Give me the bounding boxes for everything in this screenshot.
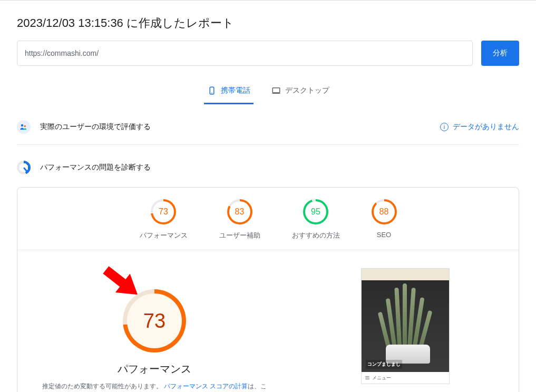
screenshot-caption: コンプましまし — [366, 360, 402, 369]
page-title: 2023/12/03 13:15:36 に作成したレポート — [17, 15, 519, 31]
no-data-label: データがありません — [453, 122, 519, 132]
mini-gauge: 88 — [372, 199, 397, 224]
url-form: 分析 — [17, 41, 519, 66]
gauge-score: 88 — [372, 199, 397, 224]
diagnose-section: パフォーマンスの問題を診断する — [17, 145, 519, 181]
screenshot-menu: メニュー — [362, 372, 449, 384]
screenshot-plant-image — [371, 282, 445, 361]
info-icon: i — [440, 123, 449, 131]
real-user-title: 実際のユーザーの環境で評価する — [40, 122, 151, 132]
gauge-score: 83 — [227, 199, 252, 224]
gauge-score: 95 — [303, 199, 328, 224]
gauge-item-0[interactable]: 73パフォーマンス — [140, 199, 188, 240]
tab-desktop[interactable]: デスクトップ — [268, 81, 333, 104]
report-card: 73パフォーマンス83ユーザー補助95おすすめの方法88SEO 73 パフォーマ… — [17, 187, 519, 392]
performance-heading: パフォーマンス — [118, 362, 191, 376]
gauge-label: ユーザー補助 — [219, 231, 260, 240]
gauge-item-2[interactable]: 95おすすめの方法 — [292, 199, 340, 240]
mini-gauge: 83 — [227, 199, 252, 224]
gauge-score: 73 — [151, 199, 176, 224]
device-tabs: 携帯電話 デスクトップ — [17, 81, 519, 104]
gauge-label: パフォーマンス — [140, 231, 188, 240]
gauge-item-1[interactable]: 83ユーザー補助 — [219, 199, 260, 240]
mobile-icon — [207, 86, 217, 95]
desktop-icon — [271, 86, 281, 95]
gauge-label: SEO — [377, 231, 391, 239]
tab-mobile-label: 携帯電話 — [221, 86, 250, 95]
gauge-label: おすすめの方法 — [292, 231, 340, 240]
no-data-link[interactable]: i データがありません — [440, 122, 519, 132]
perf-score-calc-link[interactable]: パフォーマンス スコアの計算 — [164, 383, 248, 390]
gauge-icon — [17, 161, 31, 174]
performance-score: 73 — [127, 293, 182, 348]
perf-desc-pre: 推定値のため変動する可能性があります。 — [42, 383, 162, 390]
analyze-button[interactable]: 分析 — [481, 41, 519, 66]
mini-gauge: 95 — [303, 199, 328, 224]
mini-gauge: 73 — [151, 199, 176, 224]
diagnose-title: パフォーマンスの問題を診断する — [40, 163, 151, 172]
gauge-item-3[interactable]: 88SEO — [372, 199, 397, 240]
people-icon — [17, 120, 31, 134]
performance-gauge: 73 — [123, 289, 186, 352]
performance-panel: 73 パフォーマンス 推定値のため変動する可能性があります。 パフォーマンス ス… — [17, 250, 519, 392]
real-user-section: 実際のユーザーの環境で評価する i データがありません — [17, 104, 519, 140]
tab-desktop-label: デスクトップ — [285, 86, 329, 95]
screenshot-body: コンプましまし メニュー — [362, 280, 449, 384]
screenshot-menu-label: メニュー — [372, 375, 391, 381]
performance-description: 推定値のため変動する可能性があります。 パフォーマンス スコアの計算は、これらの… — [41, 381, 268, 392]
top-divider — [0, 0, 536, 1]
svg-point-5 — [24, 125, 26, 128]
page-screenshot: コンプましまし メニュー — [361, 268, 450, 384]
svg-point-4 — [21, 124, 24, 127]
tab-mobile[interactable]: 携帯電話 — [204, 81, 254, 104]
svg-rect-2 — [272, 88, 280, 93]
gauges-row: 73パフォーマンス83ユーザー補助95おすすめの方法88SEO — [17, 188, 519, 250]
url-input[interactable] — [17, 41, 473, 66]
screenshot-header — [362, 269, 449, 280]
